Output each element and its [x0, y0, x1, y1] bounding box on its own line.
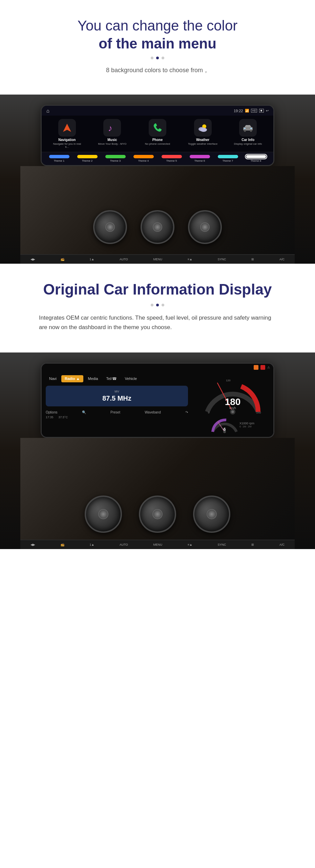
weather-icon-circle: [194, 119, 212, 137]
screen2-main-content: Navi Radio ▲ Media Tel/☎ Vehicle MV 87.5…: [42, 371, 273, 437]
warn-spacer: ⚠: [267, 366, 270, 369]
ctrl2-auto[interactable]: AUTO: [120, 543, 128, 546]
ctrl2-list[interactable]: ≡▲: [188, 543, 192, 546]
theme-color-8: [246, 155, 266, 158]
svg-text:240: 240: [256, 411, 261, 414]
car-icon-circle: [239, 119, 257, 137]
back-icon[interactable]: ↩: [266, 109, 269, 113]
menu-item-phone[interactable]: Phone No phone connected: [142, 119, 173, 145]
theme-color-4: [133, 155, 154, 158]
theme-item-2[interactable]: Theme 2: [77, 155, 98, 162]
svg-point-6: [244, 130, 246, 132]
menu-item-weather[interactable]: Weather Toggle weather interface: [188, 119, 218, 145]
ctrl2-sync[interactable]: SYNC: [218, 543, 226, 546]
theme-label-7: Theme 7: [223, 159, 233, 162]
svg-rect-8: [244, 128, 246, 129]
theme-label-6: Theme 6: [194, 159, 205, 162]
svg-text:180: 180: [225, 397, 241, 407]
carinfo-sub: Display original car info: [234, 142, 262, 145]
theme-label-4: Theme 4: [138, 159, 149, 162]
ctrl-list[interactable]: ≡▲: [188, 258, 192, 261]
ctrl2-ac[interactable]: A/C: [279, 543, 285, 546]
weather-sub: Toggle weather interface: [188, 142, 217, 145]
menu-item-music[interactable]: ♪ Music Move Your Body - MYO: [97, 119, 127, 145]
speedometer: 180 km/h 0 120 240: [201, 375, 265, 415]
theme-item-5[interactable]: Theme 5: [162, 155, 182, 162]
phone-icon-circle: [149, 119, 166, 137]
section2-heading: Original Car Information Display: [20, 281, 295, 299]
theme-item-6[interactable]: Theme 6: [190, 155, 210, 162]
warning-icon-1: [254, 365, 258, 370]
ctrl-ac[interactable]: A/C: [279, 258, 285, 261]
screen2: ⚠ Navi Radio ▲ Media Tel/☎ Vehicle: [41, 363, 274, 438]
svg-text:6: 6: [224, 427, 226, 432]
screen2-tabs: Navi Radio ▲ Media Tel/☎ Vehicle: [46, 375, 188, 382]
vent2-left: [85, 496, 122, 533]
tab-navi[interactable]: Navi: [46, 375, 60, 382]
home-icon[interactable]: ⌂: [46, 108, 49, 114]
theme-item-1[interactable]: Theme 1: [49, 155, 69, 162]
tab-radio[interactable]: Radio ▲: [61, 375, 83, 382]
rpm-range: 0 1M 2M: [239, 425, 254, 428]
car-interior-1: [20, 166, 295, 254]
screen-topbar: ⌂ 19:22 📶 HD ⏺ ↩: [42, 106, 273, 116]
theme-label-3: Theme 3: [110, 159, 121, 162]
tab-vehicle[interactable]: Vehicle: [122, 375, 140, 382]
ctrl-radio[interactable]: 📻: [61, 258, 64, 261]
ctrl-waveband[interactable]: Waveband: [145, 410, 161, 414]
ctrl-preset[interactable]: Preset: [110, 410, 120, 414]
ctrl-1up[interactable]: 1▲: [89, 258, 94, 261]
time-display: 19:22: [234, 109, 243, 113]
section2-description: Integrates OEM car centric functions. Th…: [39, 313, 276, 332]
dot-1: [151, 57, 153, 59]
theme-color-5: [162, 155, 182, 158]
ctrl2-menu[interactable]: MENU: [153, 543, 163, 546]
ctrl2-radio[interactable]: 📻: [61, 543, 64, 546]
section1-color-change: You can change the color of the main men…: [0, 0, 315, 95]
tab-media[interactable]: Media: [85, 375, 102, 382]
screen2-right-panel: 180 km/h 0 120 240: [192, 371, 273, 437]
menu-item-navigation[interactable]: Navigation Navigate for you in real ti..…: [52, 119, 82, 148]
menu-item-carinfo[interactable]: Car Info Display original car info: [233, 119, 263, 145]
nav-icon-circle: [58, 119, 76, 137]
theme-row: Theme 1 Theme 2 Theme 3 Theme 4 Theme 5: [42, 152, 273, 165]
rpm-gauge-svg: 6: [211, 417, 238, 433]
vent-left: [93, 210, 127, 244]
main-heading: You can change the color of the main men…: [20, 17, 295, 53]
ctrl-options[interactable]: Options: [46, 410, 57, 414]
vent-right: [188, 210, 222, 244]
ctrl-grid[interactable]: ⊞: [251, 258, 254, 261]
controls-bar-1: ◀▶ 📻 1▲ AUTO MENU ≡▲ SYNC ⊞ A/C: [20, 254, 295, 264]
svg-text:0: 0: [208, 411, 210, 414]
theme-label-5: Theme 5: [166, 159, 177, 162]
rpm-unit: X1000 rpm: [239, 422, 254, 425]
theme-item-4[interactable]: Theme 4: [133, 155, 154, 162]
svg-text:120: 120: [226, 379, 231, 382]
theme-item-7[interactable]: Theme 7: [218, 155, 238, 162]
theme-item-3[interactable]: Theme 3: [105, 155, 126, 162]
vent2-right: [193, 496, 230, 533]
tab-tel[interactable]: Tel/☎: [103, 375, 120, 382]
ctrl-auto[interactable]: AUTO: [120, 258, 128, 261]
phone-label: Phone: [152, 138, 163, 142]
theme-item-8[interactable]: Theme 8: [246, 155, 266, 162]
svg-point-7: [250, 130, 252, 132]
ctrl2-skip[interactable]: ◀▶: [30, 543, 35, 546]
dot2-2: [156, 304, 159, 306]
svg-text:km/h: km/h: [229, 406, 236, 410]
ctrl2-1up[interactable]: 1▲: [89, 543, 94, 546]
ctrl2-grid[interactable]: ⊞: [251, 543, 254, 546]
screen2-time-display: 17:35 37.5°C: [46, 416, 188, 419]
theme-color-3: [105, 155, 126, 158]
rec-icon: ⏺: [259, 109, 264, 113]
dot-3: [162, 57, 164, 59]
svg-text:♪: ♪: [108, 123, 112, 133]
section1-dots: [20, 57, 295, 59]
ctrl-search[interactable]: 🔍: [82, 410, 86, 414]
theme-label-8: Theme 8: [251, 159, 261, 162]
ctrl-arrow[interactable]: ↷: [185, 410, 188, 414]
ctrl-sync[interactable]: SYNC: [218, 258, 226, 261]
section2-dots: [20, 304, 295, 306]
ctrl-menu[interactable]: MENU: [153, 258, 163, 261]
ctrl-skip[interactable]: ◀▶: [30, 258, 35, 261]
